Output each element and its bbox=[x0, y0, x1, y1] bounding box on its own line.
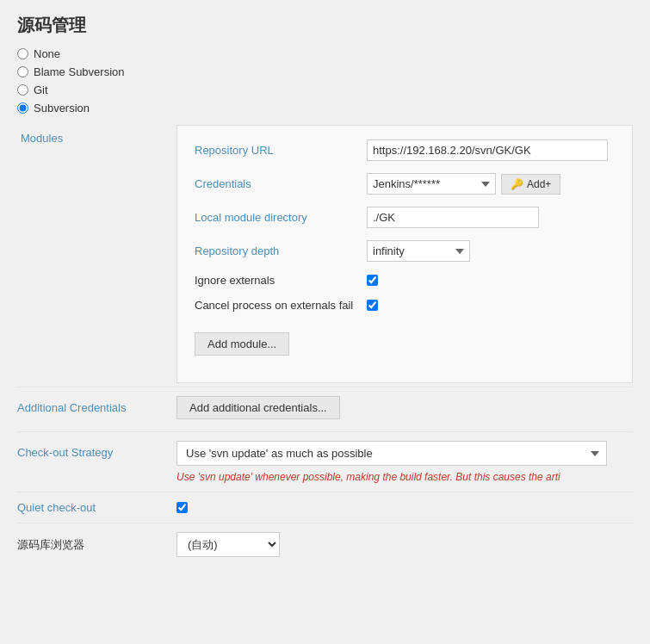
radio-none-label: None bbox=[34, 47, 60, 60]
depth-select[interactable]: infinity empty files immediates bbox=[367, 240, 470, 262]
key-icon: 🔑 bbox=[511, 178, 523, 190]
radio-none[interactable]: None bbox=[17, 47, 633, 60]
radio-git[interactable]: Git bbox=[17, 84, 633, 96]
repo-depth-row: Repository depth infinity empty files im… bbox=[195, 240, 615, 262]
credentials-label: Credentials bbox=[195, 177, 367, 190]
additional-credentials-section: Additional Credentials Add additional cr… bbox=[17, 387, 633, 428]
page-title: 源码管理 bbox=[0, 0, 650, 47]
ignore-externals-label: Ignore externals bbox=[195, 274, 367, 287]
checkout-strategy-section: Check-out Strategy Use 'svn update' as m… bbox=[17, 431, 633, 492]
additional-credentials-label-left: Additional Credentials bbox=[17, 396, 176, 414]
credentials-row: Credentials Jenkins/****** 🔑 Add+ bbox=[195, 173, 615, 195]
local-dir-controls bbox=[367, 207, 539, 228]
radio-subversion-label: Subversion bbox=[34, 102, 90, 115]
scm-radio-group: None Blame Subversion Git Subversion bbox=[17, 47, 633, 115]
browser-label-left: 源码库浏览器 bbox=[17, 537, 176, 553]
repo-depth-label: Repository depth bbox=[195, 245, 367, 257]
radio-none-input[interactable] bbox=[17, 48, 28, 59]
modules-panel: Repository URL Credentials Jenkins/*****… bbox=[176, 125, 633, 383]
local-dir-input[interactable] bbox=[367, 207, 539, 228]
local-dir-row: Local module directory bbox=[195, 207, 615, 228]
repo-url-row: Repository URL bbox=[195, 139, 615, 161]
ignore-externals-row: Ignore externals bbox=[195, 274, 615, 287]
repo-url-controls bbox=[367, 139, 608, 161]
radio-git-input[interactable] bbox=[17, 84, 28, 96]
local-dir-label: Local module directory bbox=[195, 211, 367, 224]
add-module-button[interactable]: Add module... bbox=[195, 332, 289, 356]
radio-blame-input[interactable] bbox=[17, 66, 28, 77]
repo-url-input[interactable] bbox=[367, 139, 608, 161]
checkout-strategy-label-left: Check-out Strategy bbox=[17, 441, 176, 459]
credentials-controls: Jenkins/****** 🔑 Add+ bbox=[367, 173, 560, 195]
modules-left-label: Modules bbox=[17, 125, 176, 383]
browser-select[interactable]: (自动) CollabNet FishEye SVNWeb ViewSVN We… bbox=[176, 532, 280, 557]
cancel-process-row: Cancel process on externals fail bbox=[195, 299, 615, 312]
cancel-process-checkbox[interactable] bbox=[367, 300, 378, 311]
radio-subversion[interactable]: Subversion bbox=[17, 102, 633, 115]
subversion-section: Modules Repository URL Credentials Jenki… bbox=[17, 125, 633, 383]
browser-row: 源码库浏览器 (自动) CollabNet FishEye SVNWeb Vie… bbox=[17, 523, 633, 566]
add-credentials-button[interactable]: Add additional credentials... bbox=[176, 396, 340, 419]
ignore-externals-checkbox[interactable] bbox=[367, 275, 378, 286]
repo-url-label: Repository URL bbox=[195, 144, 367, 157]
checkout-strategy-content: Use 'svn update' as much as possible Alw… bbox=[176, 441, 633, 483]
radio-blame-label: Blame Subversion bbox=[34, 65, 125, 78]
quiet-checkout-label-left: Quiet check-out bbox=[17, 501, 176, 514]
cancel-process-label: Cancel process on externals fail bbox=[195, 299, 367, 312]
checkout-help-text: Use 'svn update' whenever possible, maki… bbox=[176, 471, 633, 483]
quiet-checkout-checkbox[interactable] bbox=[176, 502, 188, 513]
add-credentials-inline-button[interactable]: 🔑 Add+ bbox=[501, 174, 560, 195]
checkout-strategy-select[interactable]: Use 'svn update' as much as possible Alw… bbox=[176, 441, 607, 466]
radio-blame[interactable]: Blame Subversion bbox=[17, 65, 633, 78]
radio-git-label: Git bbox=[34, 84, 48, 96]
quiet-checkout-row: Quiet check-out bbox=[17, 492, 633, 523]
credentials-select[interactable]: Jenkins/****** bbox=[367, 173, 496, 195]
radio-subversion-input[interactable] bbox=[17, 102, 28, 114]
additional-credentials-content: Add additional credentials... bbox=[176, 396, 633, 419]
repo-depth-controls: infinity empty files immediates bbox=[367, 240, 470, 262]
